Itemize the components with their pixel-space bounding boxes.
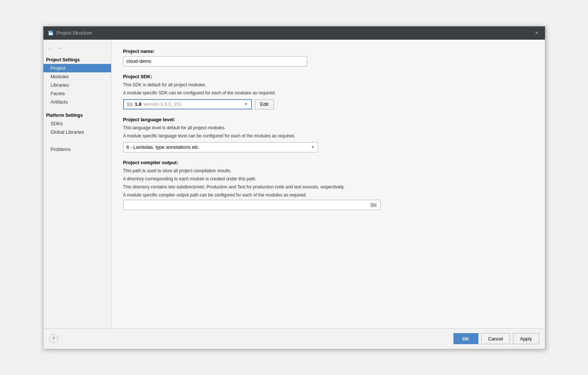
sidebar-item-libraries[interactable]: Libraries xyxy=(43,81,111,89)
sdk-dropdown-arrow: ▼ xyxy=(245,102,248,106)
sdk-edit-button[interactable]: Edit xyxy=(255,99,274,109)
cancel-button[interactable]: Cancel xyxy=(481,333,510,344)
sidebar-item-global-libraries[interactable]: Global Libraries xyxy=(43,128,111,136)
sidebar-spacer-2 xyxy=(43,136,111,141)
sidebar-spacer-1 xyxy=(43,106,111,111)
app-icon xyxy=(48,30,54,36)
title-bar-left: Project Structure xyxy=(48,30,92,36)
bottom-bar: ? OK Cancel Apply xyxy=(43,328,545,349)
main-area: ← → Project Settings Project Modules Lib… xyxy=(43,40,545,328)
platform-settings-section-label: Platform Settings xyxy=(43,111,111,119)
svg-rect-9 xyxy=(371,204,376,207)
project-structure-dialog: Project Structure × ← → Project Settings… xyxy=(43,26,545,349)
ok-button[interactable]: OK xyxy=(453,333,478,344)
project-name-label: Project name: xyxy=(123,48,533,54)
sidebar-item-modules[interactable]: Modules xyxy=(43,72,111,81)
project-sdk-desc2: A module specific SDK can be configured … xyxy=(123,90,533,96)
compiler-output-input[interactable] xyxy=(125,202,368,208)
project-settings-section-label: Project Settings xyxy=(43,55,111,64)
compiler-output-desc2: A directory corresponding to each module… xyxy=(123,176,533,182)
nav-buttons: ← → xyxy=(43,43,111,55)
sidebar-spacer-3 xyxy=(43,141,111,145)
svg-rect-2 xyxy=(49,31,50,32)
sidebar-item-project[interactable]: Project xyxy=(43,64,111,72)
project-sdk-label: Project SDK: xyxy=(123,74,533,79)
content-area: Project name: Project SDK: This SDK is d… xyxy=(111,40,545,328)
svg-rect-1 xyxy=(49,33,53,35)
svg-rect-10 xyxy=(371,203,373,204)
compiler-output-label: Project compiler output: xyxy=(123,160,533,165)
sdk-folder-icon xyxy=(127,101,133,107)
title-bar: Project Structure × xyxy=(43,26,545,40)
sdk-version-detail: version 1.8.0_151 xyxy=(144,101,182,107)
sidebar-item-facets[interactable]: Facets xyxy=(43,89,111,98)
project-sdk-desc1: This SDK is default for all project modu… xyxy=(123,82,533,88)
svg-rect-5 xyxy=(127,103,132,107)
compiler-output-desc4: A module specific compiler output path c… xyxy=(123,192,533,198)
project-sdk-group: Project SDK: This SDK is default for all… xyxy=(123,74,533,109)
sidebar-item-problems[interactable]: Problems xyxy=(43,145,111,154)
compiler-output-desc1: This path is used to store all project c… xyxy=(123,167,533,174)
sdk-version-main: 1.8 xyxy=(135,101,142,107)
project-name-input[interactable] xyxy=(123,56,307,66)
language-level-desc1: This language level is default for all p… xyxy=(123,125,533,131)
help-button[interactable]: ? xyxy=(49,334,58,343)
language-dropdown-arrow: ▼ xyxy=(311,145,315,149)
compiler-output-folder-button[interactable] xyxy=(368,200,379,210)
language-level-value: 8 - Lambdas, type annotations etc. xyxy=(126,144,200,150)
dialog-title: Project Structure xyxy=(57,30,92,36)
sidebar-item-artifacts[interactable]: Artifacts xyxy=(43,98,111,106)
compiler-output-group: Project compiler output: This path is us… xyxy=(123,160,533,210)
sdk-select-content: 1.8 version 1.8.0_151 xyxy=(127,101,245,107)
compiler-output-wrapper xyxy=(123,200,381,210)
compiler-output-desc3: This directory contains two subdirectori… xyxy=(123,184,533,190)
back-button[interactable]: ← xyxy=(46,44,54,52)
language-level-label: Project language level: xyxy=(123,117,533,122)
apply-button[interactable]: Apply xyxy=(513,333,539,344)
close-button[interactable]: × xyxy=(533,29,541,37)
language-level-dropdown[interactable]: 8 - Lambdas, type annotations etc. ▼ xyxy=(123,142,318,152)
sdk-dropdown[interactable]: 1.8 version 1.8.0_151 ▼ xyxy=(123,99,252,109)
action-buttons: OK Cancel Apply xyxy=(453,333,539,344)
sidebar: ← → Project Settings Project Modules Lib… xyxy=(43,40,111,328)
project-name-group: Project name: xyxy=(123,48,533,66)
svg-rect-6 xyxy=(127,102,129,104)
sdk-row: 1.8 version 1.8.0_151 ▼ Edit xyxy=(123,99,533,109)
sidebar-item-sdks[interactable]: SDKs xyxy=(43,119,111,128)
language-level-group: Project language level: This language le… xyxy=(123,117,533,152)
forward-button[interactable]: → xyxy=(56,44,64,52)
language-level-desc2: A module specific language level can be … xyxy=(123,133,533,139)
